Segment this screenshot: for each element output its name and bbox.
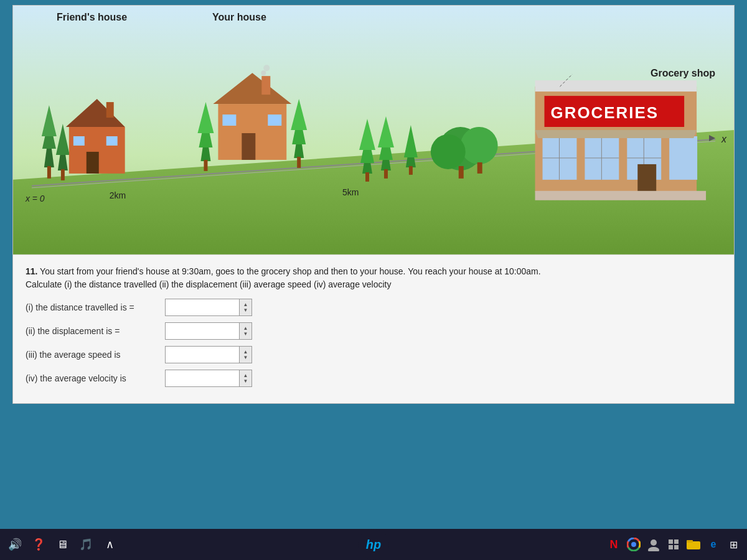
question-item-iii: (iii) the average speed is ▲ ▼ <box>26 346 721 363</box>
taskbar: 🔊 ❓ 🖥 🎵 ∧ hp N <box>0 529 747 560</box>
hp-logo: hp <box>358 529 389 560</box>
svg-rect-79 <box>674 545 679 549</box>
svg-rect-15 <box>61 169 65 180</box>
svg-rect-20 <box>106 136 118 146</box>
friends-house-label: Friend's house <box>57 12 127 23</box>
menu-icon[interactable]: ⊞ <box>725 536 742 553</box>
svg-rect-35 <box>261 76 270 95</box>
svg-rect-25 <box>204 160 207 171</box>
chrome-icon[interactable] <box>625 536 642 553</box>
svg-rect-19 <box>73 136 85 146</box>
question-text: 11. You start from your friend's house a… <box>26 265 721 291</box>
svg-point-75 <box>648 547 659 551</box>
svg-rect-12 <box>47 166 51 179</box>
edge-icon[interactable]: e <box>705 536 722 553</box>
question-item-iv: (iv) the average velocity is ▲ ▼ <box>26 370 721 387</box>
question-area: 11. You start from your friend's house a… <box>13 254 734 403</box>
spinner-i[interactable]: ▲ ▼ <box>240 299 252 316</box>
grocery-shop-label: Grocery shop <box>651 68 715 79</box>
label-iii: (iii) the average speed is <box>26 350 162 360</box>
svg-text:GROCERIES: GROCERIES <box>551 104 659 121</box>
svg-point-50 <box>461 127 498 164</box>
your-house-label: Your house <box>212 12 266 23</box>
svg-marker-70 <box>535 130 697 138</box>
spinner-ii[interactable]: ▲ ▼ <box>240 322 252 340</box>
svg-rect-18 <box>87 152 99 174</box>
taskbar-screen-icon[interactable]: 🖥 <box>52 534 72 554</box>
svg-point-37 <box>263 65 270 71</box>
svg-point-74 <box>651 539 657 546</box>
svg-rect-68 <box>637 164 656 192</box>
taskbar-volume-icon[interactable]: 🔊 <box>5 534 25 554</box>
svg-point-51 <box>431 134 466 169</box>
main-panel: Friend's house Your house Grocery shop <box>12 5 735 404</box>
question-item-ii: (ii) the displacement is = ▲ ▼ <box>26 322 721 340</box>
svg-text:x = 0: x = 0 <box>25 194 45 203</box>
svg-rect-76 <box>669 539 673 544</box>
svg-rect-61 <box>669 136 697 180</box>
svg-rect-45 <box>384 169 388 179</box>
svg-rect-81 <box>687 540 693 543</box>
svg-rect-21 <box>106 102 114 118</box>
taskbar-center: hp <box>358 529 389 560</box>
svg-point-73 <box>631 542 636 547</box>
spinner-iii[interactable]: ▲ ▼ <box>240 346 252 363</box>
svg-point-36 <box>261 70 266 75</box>
svg-rect-55 <box>535 80 697 91</box>
svg-text:x: x <box>721 134 727 144</box>
svg-rect-48 <box>409 166 413 175</box>
label-iv: (iv) the average velocity is <box>26 373 162 383</box>
folder-icon[interactable] <box>685 536 702 553</box>
taskbar-right: N <box>605 536 742 553</box>
diagram-svg: x x = 0 2km 5km <box>13 6 734 254</box>
answer-input-iii[interactable] <box>165 346 240 363</box>
svg-rect-53 <box>477 162 482 174</box>
spinner-iv[interactable]: ▲ ▼ <box>240 370 252 387</box>
label-i: (i) the distance travelled is = <box>26 302 162 312</box>
question-number: 11. <box>26 266 37 276</box>
svg-rect-29 <box>297 157 301 168</box>
svg-rect-52 <box>459 166 464 179</box>
grid-icon[interactable] <box>665 536 682 553</box>
question-main-text: You start from your friend's house at 9:… <box>40 266 541 276</box>
svg-rect-69 <box>535 191 707 200</box>
svg-rect-33 <box>222 114 236 126</box>
svg-rect-77 <box>674 539 679 544</box>
answer-input-ii[interactable] <box>165 322 240 340</box>
question-sub-text: Calculate (i) the distance travelled (ii… <box>26 279 392 289</box>
svg-rect-78 <box>669 545 673 549</box>
svg-rect-34 <box>268 114 281 126</box>
taskbar-help-icon[interactable]: ❓ <box>29 534 49 554</box>
answer-input-iv[interactable] <box>165 370 240 387</box>
question-item-i: (i) the distance travelled is = ▲ ▼ <box>26 299 721 316</box>
user-icon[interactable] <box>645 536 662 553</box>
diagram-area: Friend's house Your house Grocery shop <box>13 6 734 254</box>
svg-rect-41 <box>365 172 369 182</box>
svg-text:2km: 2km <box>110 190 126 200</box>
netflix-icon[interactable]: N <box>605 536 622 553</box>
taskbar-music-icon[interactable]: 🎵 <box>76 534 96 554</box>
svg-text:5km: 5km <box>342 187 359 197</box>
label-ii: (ii) the displacement is = <box>26 326 162 336</box>
svg-rect-32 <box>242 133 255 160</box>
answer-input-i[interactable] <box>165 299 240 316</box>
taskbar-caret-icon[interactable]: ∧ <box>100 534 120 554</box>
